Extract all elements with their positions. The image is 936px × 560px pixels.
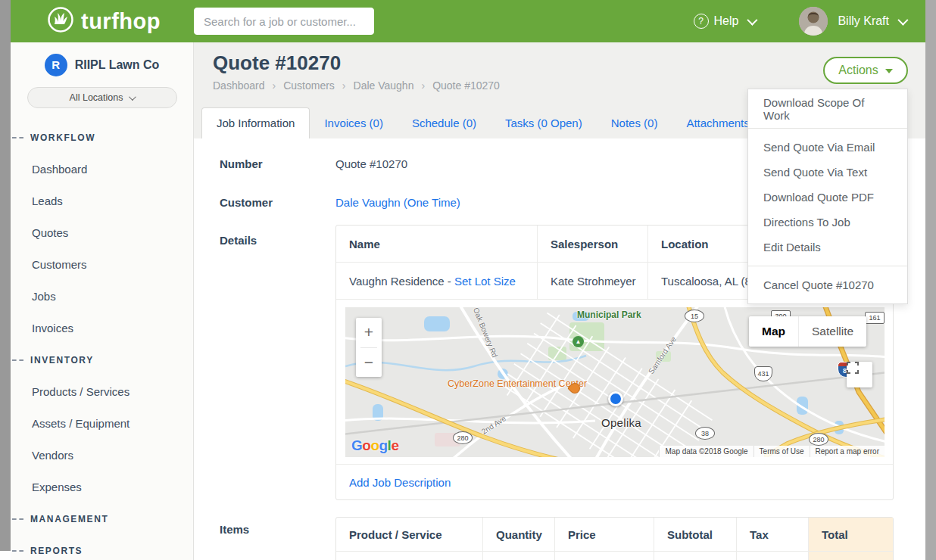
map-type-control: Map Satellite [749,316,866,347]
dashes-icon [12,550,23,552]
menu-item-directions-to-job[interactable]: Directions To Job [748,210,907,235]
map-label-opelika: Opelika [601,416,641,429]
menu-item-edit-details[interactable]: Edit Details [748,235,907,260]
caret-down-icon [885,69,893,73]
breadcrumb-dashboard[interactable]: Dashboard [213,79,265,92]
fullscreen-button[interactable] [847,362,872,387]
details-col-salesperson: Salesperson [538,226,648,262]
items-label: Items [220,523,249,536]
number-value: Quote #10270 [335,157,407,170]
google-map[interactable]: Municipal Park ▲ Oak Bowery Rd Samford A… [345,307,885,457]
details-label: Details [220,234,257,247]
chevron-down-icon [897,15,908,26]
sidebar-item-invoices[interactable]: Invoices [11,313,193,344]
route-shield-15: 15 [685,310,704,322]
user-name[interactable]: Billy Kraft [838,14,889,28]
breadcrumb-customer-name[interactable]: Dale Vaughn [335,79,414,92]
menu-item-download-scope[interactable]: Download Scope Of Work [748,89,907,128]
sidebar-item-assets-equipment[interactable]: Assets / Equipment [11,408,193,440]
sidebar-section-management[interactable]: MANAGEMENT [11,503,193,535]
customer-label: Customer [220,196,273,209]
right-scrollbar[interactable] [925,0,936,560]
map-zoom-control: + − [356,318,382,377]
dashes-icon [12,518,23,520]
items-col-subtotal: Subtotal [654,518,737,551]
menu-item-send-quote-email[interactable]: Send Quote Via Email [748,135,907,160]
items-col-price: Price [555,518,654,551]
sidebar-item-products-services[interactable]: Products / Services [11,376,193,408]
actions-button[interactable]: Actions [823,57,908,84]
sidebar-item-quotes[interactable]: Quotes [11,217,193,249]
breadcrumb-current: Quote #10270 [413,79,499,92]
sidebar-item-jobs[interactable]: Jobs [11,281,193,313]
route-shield-280-left: 280 [453,431,473,444]
sidebar: R RIIPL Lawn Co All Locations WORKFLOW D… [11,42,194,560]
chevron-down-icon [747,15,758,26]
items-header-row: Product / Service Quantity Price Subtota… [336,518,893,552]
route-shield-280-right: 280 [809,433,828,446]
location-filter-label: All Locations [70,92,123,103]
items-col-tax: Tax [737,518,809,551]
items-panel: Product / Service Quantity Price Subtota… [335,517,894,560]
map-attribution: Map data ©2018 Google Terms of Use Repor… [659,446,885,457]
set-lot-size-link[interactable]: Set Lot Size [454,275,516,288]
job-name-cell: Vaughn Residence - Set Lot Size [336,263,538,299]
help-label: Help [714,14,739,28]
tab-schedule[interactable]: Schedule (0) [398,108,491,138]
top-navbar: turfhop ? Help Billy Kraft [0,0,936,42]
turfhop-grass-icon [47,6,74,36]
map-data-text: Map data ©2018 Google [659,446,753,457]
route-shield-431: 431 [754,366,772,381]
help-menu[interactable]: ? Help [694,14,756,29]
menu-item-cancel-quote[interactable]: Cancel Quote #10270 [748,266,907,303]
sidebar-item-leads[interactable]: Leads [11,185,193,217]
menu-item-download-quote-pdf[interactable]: Download Quote PDF [748,185,907,210]
map-type-map-button[interactable]: Map [749,316,799,347]
items-col-product-service: Product / Service [336,518,483,551]
left-scrollbar-track[interactable] [0,0,11,560]
left-scrollbar-thumb[interactable] [0,0,11,551]
breadcrumb: DashboardCustomersDale VaughnQuote #1027… [213,79,500,92]
sidebar-section-reports[interactable]: REPORTS [11,535,193,560]
route-shield-161: 161 [865,312,885,324]
job-name-text: Vaughn Residence - [349,275,454,288]
location-filter-dropdown[interactable]: All Locations [27,87,177,108]
items-empty-row [336,552,893,560]
company-badge: R [45,54,67,76]
brand-name: turfhop [81,9,161,34]
dashes-icon [12,359,23,361]
add-job-description-link[interactable]: Add Job Description [349,476,451,489]
tab-tasks[interactable]: Tasks (0 Open) [491,108,597,138]
sidebar-item-expenses[interactable]: Expenses [11,471,193,503]
google-logo[interactable]: Google [351,437,398,454]
dashes-icon [12,137,23,138]
sidebar-item-customers[interactable]: Customers [11,249,193,281]
breadcrumb-customers[interactable]: Customers [265,79,335,92]
zoom-in-button[interactable]: + [356,318,382,347]
sidebar-section-inventory: INVENTORY [11,344,193,376]
report-map-error-link[interactable]: Report a map error [810,446,885,457]
tab-job-information[interactable]: Job Information [201,107,310,138]
company-name: RIIPL Lawn Co [75,58,160,72]
help-icon: ? [694,14,709,29]
zoom-out-button[interactable]: − [356,348,382,378]
page-title: Quote #10270 [213,51,341,75]
search-input[interactable] [194,8,374,35]
sidebar-section-workflow: WORKFLOW [11,122,193,154]
map-type-satellite-button[interactable]: Satellite [799,316,866,347]
sidebar-item-vendors[interactable]: Vendors [11,440,193,471]
customer-link[interactable]: Dale Vaughn (One Time) [335,196,460,209]
brand-logo[interactable]: turfhop [47,6,161,36]
user-avatar[interactable] [799,7,828,36]
location-dot-marker [608,391,623,406]
number-label: Number [220,157,263,170]
tab-notes[interactable]: Notes (0) [597,108,672,138]
tab-bar: Job Information Invoices (0) Schedule (0… [201,108,781,138]
sidebar-item-dashboard[interactable]: Dashboard [11,154,193,185]
route-shield-38: 38 [695,427,715,440]
terms-of-use-link[interactable]: Terms of Use [753,446,810,457]
menu-item-send-quote-text[interactable]: Send Quote Via Text [748,160,907,185]
tab-invoices[interactable]: Invoices (0) [310,108,398,138]
map-label-municipal-park: Municipal Park [577,310,630,321]
actions-dropdown-menu: Download Scope Of Work Send Quote Via Em… [747,89,908,304]
